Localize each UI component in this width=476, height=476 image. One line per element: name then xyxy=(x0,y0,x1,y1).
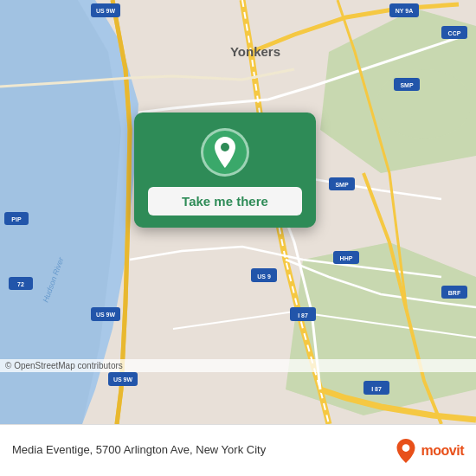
svg-text:PIP: PIP xyxy=(11,216,22,222)
svg-point-39 xyxy=(402,444,409,452)
attribution-bar: © OpenStreetMap contributors xyxy=(0,359,476,372)
svg-text:72: 72 xyxy=(17,281,24,287)
moovit-logo: moovit xyxy=(394,439,464,463)
svg-text:SMP: SMP xyxy=(400,82,414,88)
moovit-brand-label: moovit xyxy=(421,443,464,459)
take-me-there-button[interactable]: Take me there xyxy=(148,187,302,215)
svg-text:SMP: SMP xyxy=(335,182,349,188)
svg-text:NY 9A: NY 9A xyxy=(396,8,414,14)
svg-point-38 xyxy=(221,143,229,151)
location-pin-icon xyxy=(212,137,238,168)
location-text: Media Eventige, 5700 Arlington Ave, New … xyxy=(12,442,394,458)
bottom-bar: Media Eventige, 5700 Arlington Ave, New … xyxy=(0,424,476,476)
svg-text:US 9W: US 9W xyxy=(113,376,133,383)
svg-text:US 9: US 9 xyxy=(257,273,271,280)
svg-text:I 87: I 87 xyxy=(371,386,382,392)
svg-text:US 9W: US 9W xyxy=(96,312,116,318)
moovit-pin-icon xyxy=(394,439,418,463)
location-card: Take me there xyxy=(134,113,316,228)
svg-point-5 xyxy=(376,69,472,138)
attribution-text: © OpenStreetMap contributors xyxy=(5,361,123,370)
svg-text:US 9W: US 9W xyxy=(96,8,116,14)
svg-text:HHP: HHP xyxy=(340,255,353,261)
svg-text:Yonkers: Yonkers xyxy=(230,44,280,59)
map-container: Hudson River US 9W US 9W US xyxy=(0,0,476,424)
svg-text:CCP: CCP xyxy=(448,30,461,36)
svg-text:I 87: I 87 xyxy=(298,312,308,318)
svg-text:BRF: BRF xyxy=(448,290,461,296)
pin-icon-wrap xyxy=(201,128,249,177)
